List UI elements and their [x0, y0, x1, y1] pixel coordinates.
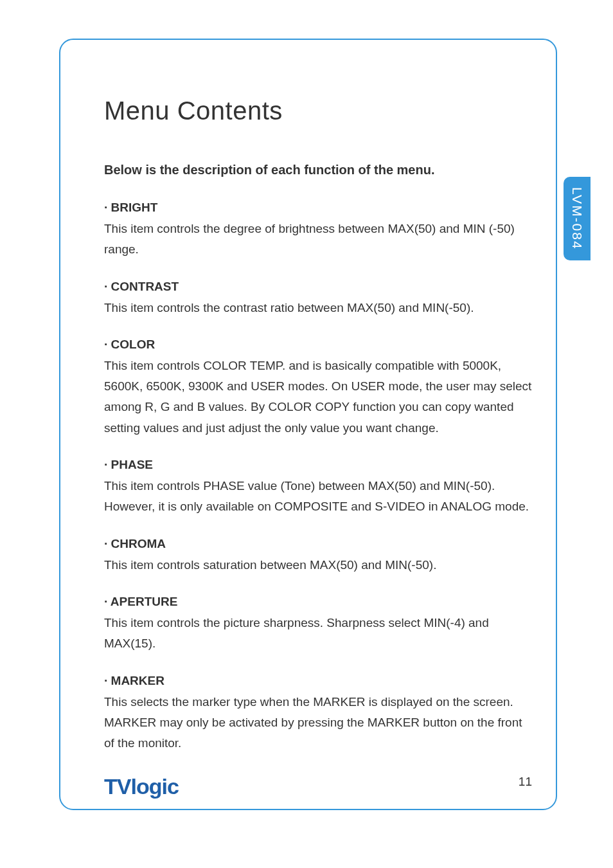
page-title: Menu Contents [104, 96, 535, 125]
brand-logo: TVlogic [104, 774, 179, 799]
section-body: This selects the marker type when the MA… [104, 692, 535, 754]
section-phase: · PHASE This item controls PHASE value (… [104, 458, 535, 518]
section-bright: · BRIGHT This item controls the degree o… [104, 201, 535, 260]
section-heading: · CHROMA [104, 537, 535, 551]
section-heading: · PHASE [104, 458, 535, 472]
section-heading: · COLOR [104, 338, 535, 352]
intro-text: Below is the description of each functio… [104, 163, 535, 177]
section-body: This item controls the degree of brightn… [104, 219, 535, 260]
section-heading: · MARKER [104, 674, 535, 688]
side-tab-label: LVM-084 [569, 187, 585, 250]
section-body: This item controls PHASE value (Tone) be… [104, 476, 535, 518]
section-color: · COLOR This item controls COLOR TEMP. a… [104, 338, 535, 439]
section-body: This item controls the contrast ratio be… [104, 298, 535, 318]
section-body: This item controls saturation between MA… [104, 555, 535, 575]
section-heading: · BRIGHT [104, 201, 535, 215]
section-body: This item controls COLOR TEMP. and is ba… [104, 356, 535, 439]
side-tab: LVM-084 [564, 177, 591, 260]
section-heading: · CONTRAST [104, 280, 535, 294]
section-aperture: · APERTURE This item controls the pictur… [104, 595, 535, 655]
section-heading: · APERTURE [104, 595, 535, 609]
section-body: This item controls the picture sharpness… [104, 613, 535, 655]
content-area: Menu Contents Below is the description o… [104, 96, 535, 773]
section-chroma: · CHROMA This item controls saturation b… [104, 537, 535, 575]
section-contrast: · CONTRAST This item controls the contra… [104, 280, 535, 318]
section-marker: · MARKER This selects the marker type wh… [104, 674, 535, 754]
page-number: 11 [519, 775, 532, 789]
